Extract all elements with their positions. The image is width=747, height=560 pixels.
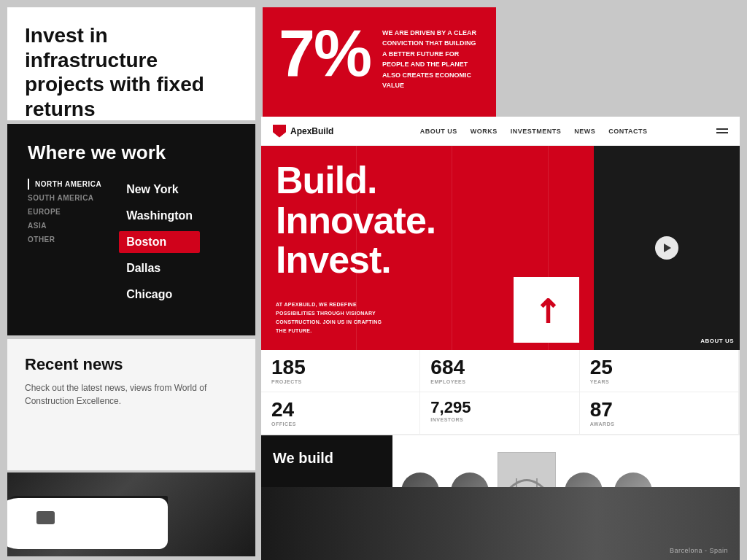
hero-description: AT APEXBUILD, WE REDEFINE POSSIBILITIES … [276, 300, 392, 335]
stat-investors: 7,295 INVESTORS [420, 392, 579, 435]
recent-news-card: Recent news Check out the latest news, v… [7, 339, 255, 470]
train-photo [7, 472, 255, 556]
stat-projects: 185 PROJECTS [261, 350, 420, 392]
city-new-york[interactable]: New York [119, 179, 200, 201]
arrow-icon: ↗ [524, 287, 569, 332]
stat-years: 25 YEARS [580, 350, 739, 392]
where-we-work-panel: Where we work NORTH AMERICA SOUTH AMERIC… [7, 124, 255, 335]
invest-card: Invest in infrastructure projects with f… [7, 7, 255, 120]
hero-arrow[interactable]: ↗ [514, 277, 579, 343]
nav-investments[interactable]: INVESTMENTS [511, 128, 562, 135]
percent-description: WE ARE DRIVEN BY A CLEAR CONVICTION THAT… [382, 28, 477, 90]
nav-links: ABOUT US WORKS INVESTMENTS NEWS CONTACTS [351, 128, 716, 135]
nav-about-us[interactable]: ABOUT US [420, 128, 457, 135]
region-south-america[interactable]: SOUTH AMERICA [28, 192, 101, 203]
stat-label-projects: PROJECTS [271, 379, 409, 384]
recent-news-desc: Check out the latest news, views from Wo… [25, 381, 238, 408]
stat-employees: 684 EMPLOYEES [420, 350, 579, 392]
city-boston[interactable]: Boston [119, 231, 200, 253]
city-dallas[interactable]: Dallas [119, 257, 200, 279]
stat-num-years: 25 [590, 357, 728, 378]
percent-number: 7% [279, 20, 371, 86]
region-asia[interactable]: ASIA [28, 220, 101, 231]
where-we-work-title: Where we work [28, 141, 235, 164]
region-europe[interactable]: EUROPE [28, 206, 101, 217]
stat-label-years: YEARS [590, 379, 728, 384]
hero-line3: Invest. [276, 240, 436, 280]
about-us-label: ABOUT US [700, 338, 734, 344]
percent-card: 7% WE ARE DRIVEN BY A CLEAR CONVICTION T… [263, 7, 496, 120]
stat-label-employees: EMPLOYEES [430, 379, 568, 384]
invest-heading: Invest in infrastructure projects with f… [25, 23, 238, 121]
stat-num-investors: 7,295 [430, 400, 568, 416]
stat-num-projects: 185 [271, 357, 409, 378]
photo-strip-inner: Barcelona - Spain [261, 487, 740, 560]
stat-label-awards: AWARDS [590, 421, 728, 427]
bottom-photo-strip: Barcelona - Spain [261, 487, 740, 560]
we-build-title: We build [273, 450, 381, 467]
region-other[interactable]: OTHER [28, 234, 101, 245]
hamburger-menu[interactable] [716, 128, 728, 133]
nav-logo[interactable]: ApexBuild [273, 125, 333, 138]
region-tabs: NORTH AMERICA SOUTH AMERICA EUROPE ASIA … [28, 179, 101, 294]
city-washington[interactable]: Washington [119, 205, 200, 227]
nav-contacts[interactable]: CONTACTS [608, 128, 647, 135]
hero-line1: Build. [276, 160, 436, 201]
photo-location: Barcelona - Spain [670, 547, 728, 554]
stat-label-investors: INVESTORS [430, 417, 568, 422]
nav-works[interactable]: WORKS [471, 128, 498, 135]
hero-section: Build. Innovate. Invest. AT APEXBUILD, W… [261, 146, 740, 350]
brand-name: ApexBuild [290, 126, 333, 136]
stat-num-employees: 684 [430, 357, 568, 378]
hero-text: Build. Innovate. Invest. [276, 160, 436, 280]
stat-awards: 87 AWARDS [580, 392, 739, 435]
stat-num-awards: 87 [590, 400, 728, 420]
cities-list: New York Washington Boston Dallas Chicag… [119, 179, 200, 306]
stat-offices: 24 OFFICES [261, 392, 420, 435]
city-chicago[interactable]: Chicago [119, 284, 200, 306]
stats-section: 185 PROJECTS 684 EMPLOYEES 25 YEARS 24 O… [261, 350, 740, 435]
stat-num-offices: 24 [271, 400, 409, 420]
nav-news[interactable]: NEWS [574, 128, 595, 135]
stat-label-offices: OFFICES [271, 421, 409, 427]
region-north-america[interactable]: NORTH AMERICA [28, 179, 101, 190]
navbar: ApexBuild ABOUT US WORKS INVESTMENTS NEW… [261, 117, 740, 146]
hero-line2: Innovate. [276, 201, 436, 241]
play-button[interactable] [655, 236, 678, 260]
recent-news-title: Recent news [25, 355, 238, 374]
logo-icon [273, 125, 286, 138]
hero-video-area: ABOUT US [594, 146, 740, 350]
